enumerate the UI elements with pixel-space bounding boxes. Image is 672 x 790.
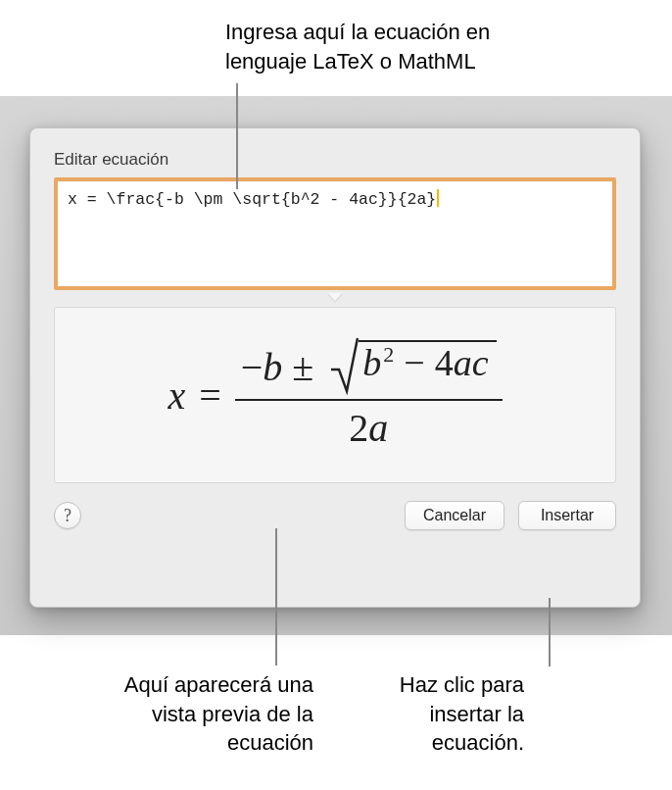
eq-lhs: x (168, 372, 185, 419)
help-button[interactable]: ? (54, 502, 81, 529)
insert-button[interactable]: Insertar (518, 501, 616, 530)
rad-c: c (472, 344, 489, 381)
text-caret (437, 189, 439, 207)
leader-line (275, 528, 277, 666)
leader-line (236, 83, 238, 189)
eq-pm: ± (292, 344, 313, 390)
leader-line (549, 598, 551, 667)
eq-fraction: − b ± b 2 − 4 a c (235, 340, 503, 451)
edit-equation-dialog: Editar ecuación x = \frac{-b \pm \sqrt{b… (29, 127, 641, 608)
eq-equals: = (199, 372, 221, 419)
rad-a: a (454, 344, 472, 381)
equation-preview: x = − b ± b 2 − 4 (54, 307, 616, 483)
dialog-footer: ? Cancelar Insertar (54, 501, 616, 530)
callout-insert: Haz clic para insertar la ecuación. (338, 670, 524, 758)
rad-minus: − (404, 344, 424, 381)
eq-radicand: b 2 − 4 a c (359, 340, 496, 395)
rad-four: 4 (435, 344, 454, 381)
callout-input: Ingresa aquí la ecuación en lenguaje LaT… (225, 18, 578, 75)
eq-sqrt: b 2 − 4 a c (329, 340, 496, 395)
eq-b: b (263, 344, 282, 390)
den-two: 2 (349, 406, 368, 450)
rad-b: b (362, 344, 381, 381)
rendered-equation: x = − b ± b 2 − 4 (168, 340, 502, 451)
latex-input-text: x = \frac{-b \pm \sqrt{b^2 - 4ac}}{2a} (68, 190, 436, 209)
callout-preview: Aquí aparecerá una vista previa de la ec… (88, 670, 313, 758)
dialog-title: Editar ecuación (54, 150, 616, 170)
eq-denominator: 2a (343, 401, 394, 451)
radical-icon (329, 334, 359, 395)
den-a: a (368, 406, 388, 450)
preview-arrow-icon (327, 294, 343, 303)
rad-exp: 2 (383, 344, 394, 366)
eq-numerator: − b ± b 2 − 4 a c (235, 340, 503, 399)
eq-neg: − (241, 344, 264, 390)
latex-input[interactable]: x = \frac{-b \pm \sqrt{b^2 - 4ac}}{2a} (54, 177, 616, 290)
cancel-button[interactable]: Cancelar (405, 501, 504, 530)
